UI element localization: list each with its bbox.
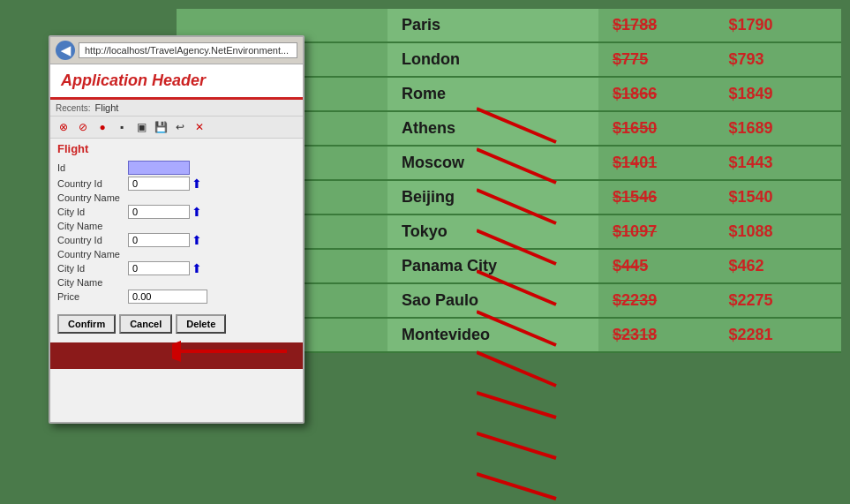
city-id-input-1[interactable] [128,205,190,219]
city-to: Paris [387,9,598,42]
spinner-up-city-2[interactable]: ⬆ [192,261,202,275]
form-body: Id Country Id ⬆ Country Name City Id ⬆ C… [50,157,303,309]
price-original: $1788 [598,9,714,42]
circle-red3-icon[interactable]: ● [94,119,110,135]
city-to: Rome [387,77,598,111]
city-name-label-2: City Name [57,277,128,288]
country-id-label-1: Country Id [57,178,128,189]
back-button[interactable]: ◀ [56,41,75,60]
spinner-up-1[interactable]: ⬆ [192,177,202,191]
price-arrow-icon [172,338,287,365]
save-icon[interactable]: 💾 [153,119,169,135]
price-original: $1866 [598,77,714,111]
recents-label: Recents: [56,103,90,113]
city-id-row-2: City Id ⬆ [57,261,296,275]
square-icon[interactable]: ▪ [114,119,130,135]
icon-toolbar: ⊗ ⊘ ● ▪ ▣ 💾 ↩ ✕ [50,117,303,139]
price-original: $775 [598,42,714,77]
country-name-label-2: Country Name [57,249,128,260]
form-buttons: Confirm Cancel Delete [50,309,303,339]
app-header-title: Application Header [50,64,303,100]
price-discounted: $2281 [715,318,841,352]
city-to: Beijing [387,180,598,214]
price-original: $1401 [598,146,714,180]
confirm-button[interactable]: Confirm [57,314,116,334]
country-id-label-2: Country Id [57,235,128,245]
city-to: Tokyo [387,214,598,249]
price-original: $2239 [598,283,714,318]
id-label: Id [57,162,128,173]
price-discounted: $1849 [715,77,841,111]
price-original: $1650 [598,111,714,146]
city-name-row-2: City Name [57,277,296,288]
city-id-label-2: City Id [57,263,128,274]
country-name-row-1: Country Name [57,192,296,203]
country-id-input-2[interactable] [128,233,190,247]
price-discounted: $1790 [715,9,841,42]
city-id-label-1: City Id [57,207,128,217]
price-row: Price [57,290,296,304]
country-name-label-1: Country Name [57,192,128,203]
id-row: Id [57,161,296,175]
undo-icon[interactable]: ↩ [172,119,188,135]
recents-flight-item[interactable]: Flight [92,102,121,113]
price-label: Price [57,291,128,302]
city-to: Montevideo [387,318,598,352]
close-icon[interactable]: ✕ [192,119,207,135]
price-original: $1546 [598,180,714,214]
price-discounted: $793 [715,42,841,77]
country-id-input-1[interactable] [128,177,190,191]
price-input[interactable] [128,290,207,304]
city-to: Panama City [387,249,598,283]
city-to: London [387,42,598,77]
browser-bar: ◀ [50,37,303,64]
price-original: $1097 [598,214,714,249]
city-name-row-1: City Name [57,221,296,231]
price-discounted: $1689 [715,111,841,146]
country-id-row-2: Country Id ⬆ [57,233,296,247]
circle-red2-icon[interactable]: ⊘ [75,119,91,135]
flight-section-title: Flight [50,139,303,157]
price-discounted: $2275 [715,283,841,318]
spinner-up-2[interactable]: ⬆ [192,233,202,247]
window-icon[interactable]: ▣ [133,119,149,135]
id-input[interactable] [128,161,190,175]
form-panel: ◀ Application Header Recents: Flight ⊗ ⊘… [49,35,305,424]
price-discounted: $462 [715,249,841,283]
city-id-row-1: City Id ⬆ [57,205,296,219]
city-id-input-2[interactable] [128,261,190,275]
city-name-label-1: City Name [57,221,128,231]
city-to: Sao Paulo [387,283,598,318]
delete-button[interactable]: Delete [176,314,226,334]
city-to: Athens [387,111,598,146]
price-discounted: $1443 [715,146,841,180]
recents-toolbar: Recents: Flight [50,100,303,117]
price-original: $445 [598,249,714,283]
spinner-up-city-1[interactable]: ⬆ [192,205,202,219]
city-to: Moscow [387,146,598,180]
cancel-button[interactable]: Cancel [119,314,172,334]
url-bar[interactable] [79,42,297,58]
price-discounted: $1088 [715,214,841,249]
price-original: $2318 [598,318,714,352]
price-discounted: $1540 [715,180,841,214]
country-name-row-2: Country Name [57,249,296,260]
country-id-row-1: Country Id ⬆ [57,177,296,191]
circle-red-icon[interactable]: ⊗ [56,119,71,135]
